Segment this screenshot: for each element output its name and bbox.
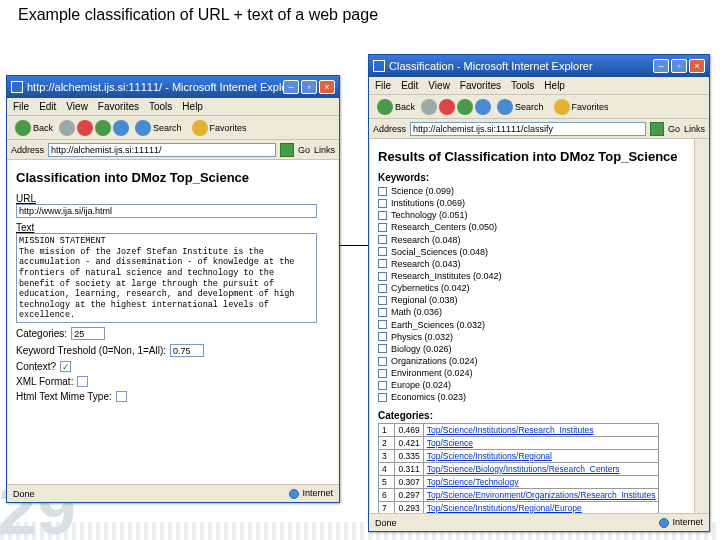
context-checkbox[interactable]: ✓	[60, 361, 71, 372]
back-button[interactable]: Back	[373, 98, 419, 116]
text-textarea[interactable]: MISSION STATEMENT The mission of the Joz…	[16, 233, 317, 323]
keyword-checkbox[interactable]	[378, 235, 387, 244]
threshold-input[interactable]	[170, 344, 204, 357]
home-icon[interactable]	[475, 99, 491, 115]
row-number: 3	[379, 449, 395, 462]
titlebar[interactable]: http://alchemist.ijs.si:11111/ - Microso…	[7, 76, 339, 98]
keyword-checkbox[interactable]	[378, 223, 387, 232]
menu-file[interactable]: File	[375, 80, 391, 91]
refresh-icon[interactable]	[457, 99, 473, 115]
menu-help[interactable]: Help	[544, 80, 565, 91]
category-link[interactable]: Top/Science/Institutions/Research_Instit…	[427, 425, 594, 435]
go-button[interactable]	[650, 122, 664, 136]
close-button[interactable]: ×	[689, 59, 705, 73]
keyword-checkbox[interactable]	[378, 332, 387, 341]
keyword-checkbox[interactable]	[378, 259, 387, 268]
back-button[interactable]: Back	[11, 119, 57, 137]
keyword-item: Technology (0.051)	[378, 209, 700, 221]
row-score: 0.307	[395, 475, 423, 488]
keyword-checkbox[interactable]	[378, 247, 387, 256]
maximize-button[interactable]: ▫	[301, 80, 317, 94]
go-button[interactable]	[280, 143, 294, 157]
back-icon	[15, 120, 31, 136]
keyword-checkbox[interactable]	[378, 308, 387, 317]
vertical-scrollbar[interactable]	[694, 139, 708, 513]
row-number: 1	[379, 423, 395, 436]
links-label[interactable]: Links	[314, 145, 335, 155]
category-link[interactable]: Top/Science/Technology	[427, 477, 519, 487]
home-icon[interactable]	[113, 120, 129, 136]
category-link[interactable]: Top/Science/Biology/Institutions/Researc…	[427, 464, 620, 474]
html-mime-checkbox[interactable]	[116, 391, 127, 402]
favorites-button[interactable]: Favorites	[550, 98, 613, 116]
keyword-text: Organizations (0.024)	[391, 355, 478, 367]
stop-icon[interactable]	[77, 120, 93, 136]
keyword-item: Institutions (0.069)	[378, 197, 700, 209]
keyword-checkbox[interactable]	[378, 199, 387, 208]
category-link[interactable]: Top/Science/Institutions/Regional	[427, 451, 552, 461]
keyword-text: Math (0.036)	[391, 306, 442, 318]
menu-help[interactable]: Help	[182, 101, 203, 112]
statusbar: Done Internet	[7, 484, 339, 502]
html-mime-label: Html Text Mime Type:	[16, 391, 112, 402]
menu-edit[interactable]: Edit	[39, 101, 56, 112]
keyword-checkbox[interactable]	[378, 187, 387, 196]
titlebar[interactable]: Classification - Microsoft Internet Expl…	[369, 55, 709, 77]
menu-view[interactable]: View	[428, 80, 450, 91]
forward-icon[interactable]	[59, 120, 75, 136]
keyword-item: Economics (0.023)	[378, 391, 700, 403]
status-done: Done	[13, 489, 35, 499]
xml-format-checkbox[interactable]	[77, 376, 88, 387]
keyword-checkbox[interactable]	[378, 284, 387, 293]
table-row: 50.307Top/Science/Technology	[379, 475, 659, 488]
address-input[interactable]	[410, 122, 646, 136]
xml-format-label: XML Format:	[16, 376, 73, 387]
page-heading: Results of Classification into DMoz Top_…	[378, 149, 700, 164]
menu-tools[interactable]: Tools	[149, 101, 172, 112]
keyword-checkbox[interactable]	[378, 296, 387, 305]
category-link[interactable]: Top/Science	[427, 438, 473, 448]
menu-favorites[interactable]: Favorites	[460, 80, 501, 91]
categories-input[interactable]	[71, 327, 105, 340]
favorites-button[interactable]: Favorites	[188, 119, 251, 137]
keyword-item: Biology (0.026)	[378, 343, 700, 355]
menu-tools[interactable]: Tools	[511, 80, 534, 91]
close-button[interactable]: ×	[319, 80, 335, 94]
menu-favorites[interactable]: Favorites	[98, 101, 139, 112]
menu-view[interactable]: View	[66, 101, 88, 112]
keyword-checkbox[interactable]	[378, 393, 387, 402]
keyword-item: Earth_Sciences (0.032)	[378, 319, 700, 331]
menu-edit[interactable]: Edit	[401, 80, 418, 91]
keyword-checkbox[interactable]	[378, 211, 387, 220]
keyword-checkbox[interactable]	[378, 381, 387, 390]
internet-zone-icon	[289, 489, 299, 499]
menu-file[interactable]: File	[13, 101, 29, 112]
keyword-checkbox[interactable]	[378, 320, 387, 329]
forward-icon[interactable]	[421, 99, 437, 115]
links-label[interactable]: Links	[684, 124, 705, 134]
maximize-button[interactable]: ▫	[671, 59, 687, 73]
keyword-checkbox[interactable]	[378, 272, 387, 281]
table-row: 10.469Top/Science/Institutions/Research_…	[379, 423, 659, 436]
status-internet: Internet	[672, 517, 703, 527]
stop-icon[interactable]	[439, 99, 455, 115]
search-button[interactable]: Search	[131, 119, 186, 137]
category-link[interactable]: Top/Science/Environment/Organizations/Re…	[427, 490, 656, 500]
row-number: 7	[379, 501, 395, 513]
ie-window-classification-form: http://alchemist.ijs.si:11111/ - Microso…	[6, 75, 340, 503]
keyword-text: Institutions (0.069)	[391, 197, 465, 209]
keyword-text: Environment (0.024)	[391, 367, 473, 379]
minimize-button[interactable]: –	[283, 80, 299, 94]
category-link[interactable]: Top/Science/Institutions/Regional/Europe	[427, 503, 582, 513]
keyword-item: Cybernetics (0.042)	[378, 282, 700, 294]
address-input[interactable]	[48, 143, 276, 157]
keyword-checkbox[interactable]	[378, 369, 387, 378]
search-button[interactable]: Search	[493, 98, 548, 116]
keyword-checkbox[interactable]	[378, 344, 387, 353]
keywords-list: Science (0.099)Institutions (0.069)Techn…	[378, 185, 700, 404]
refresh-icon[interactable]	[95, 120, 111, 136]
minimize-button[interactable]: –	[653, 59, 669, 73]
keyword-checkbox[interactable]	[378, 357, 387, 366]
url-input[interactable]	[16, 204, 317, 218]
keyword-item: Math (0.036)	[378, 306, 700, 318]
